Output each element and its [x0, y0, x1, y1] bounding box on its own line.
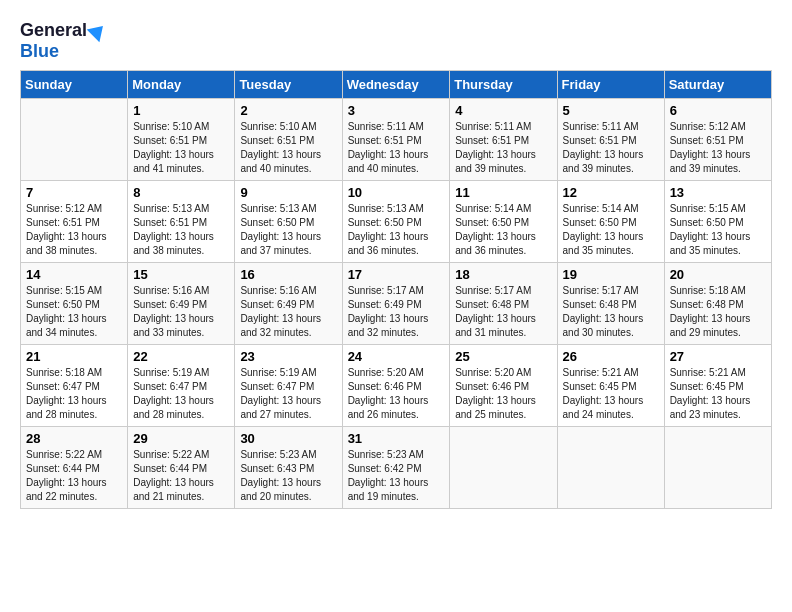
calendar-cell: 28Sunrise: 5:22 AM Sunset: 6:44 PM Dayli… — [21, 427, 128, 509]
calendar-cell: 30Sunrise: 5:23 AM Sunset: 6:43 PM Dayli… — [235, 427, 342, 509]
day-info: Sunrise: 5:15 AM Sunset: 6:50 PM Dayligh… — [26, 284, 122, 340]
calendar-cell: 7Sunrise: 5:12 AM Sunset: 6:51 PM Daylig… — [21, 181, 128, 263]
day-info: Sunrise: 5:17 AM Sunset: 6:48 PM Dayligh… — [563, 284, 659, 340]
calendar-header-saturday: Saturday — [664, 71, 771, 99]
day-number: 24 — [348, 349, 445, 364]
day-number: 22 — [133, 349, 229, 364]
calendar-cell: 15Sunrise: 5:16 AM Sunset: 6:49 PM Dayli… — [128, 263, 235, 345]
day-number: 5 — [563, 103, 659, 118]
calendar-cell: 4Sunrise: 5:11 AM Sunset: 6:51 PM Daylig… — [450, 99, 557, 181]
calendar-cell — [557, 427, 664, 509]
day-info: Sunrise: 5:18 AM Sunset: 6:47 PM Dayligh… — [26, 366, 122, 422]
day-number: 2 — [240, 103, 336, 118]
day-number: 16 — [240, 267, 336, 282]
day-number: 30 — [240, 431, 336, 446]
day-number: 3 — [348, 103, 445, 118]
day-number: 23 — [240, 349, 336, 364]
day-info: Sunrise: 5:19 AM Sunset: 6:47 PM Dayligh… — [240, 366, 336, 422]
day-number: 11 — [455, 185, 551, 200]
day-number: 28 — [26, 431, 122, 446]
day-number: 17 — [348, 267, 445, 282]
day-info: Sunrise: 5:14 AM Sunset: 6:50 PM Dayligh… — [563, 202, 659, 258]
day-info: Sunrise: 5:19 AM Sunset: 6:47 PM Dayligh… — [133, 366, 229, 422]
calendar-cell: 16Sunrise: 5:16 AM Sunset: 6:49 PM Dayli… — [235, 263, 342, 345]
calendar-cell: 13Sunrise: 5:15 AM Sunset: 6:50 PM Dayli… — [664, 181, 771, 263]
calendar-cell: 25Sunrise: 5:20 AM Sunset: 6:46 PM Dayli… — [450, 345, 557, 427]
calendar-cell: 12Sunrise: 5:14 AM Sunset: 6:50 PM Dayli… — [557, 181, 664, 263]
calendar-header-tuesday: Tuesday — [235, 71, 342, 99]
calendar-cell: 11Sunrise: 5:14 AM Sunset: 6:50 PM Dayli… — [450, 181, 557, 263]
day-number: 14 — [26, 267, 122, 282]
day-info: Sunrise: 5:11 AM Sunset: 6:51 PM Dayligh… — [563, 120, 659, 176]
logo-icon — [87, 19, 110, 42]
calendar-cell: 10Sunrise: 5:13 AM Sunset: 6:50 PM Dayli… — [342, 181, 450, 263]
day-info: Sunrise: 5:21 AM Sunset: 6:45 PM Dayligh… — [670, 366, 766, 422]
day-info: Sunrise: 5:16 AM Sunset: 6:49 PM Dayligh… — [240, 284, 336, 340]
day-number: 8 — [133, 185, 229, 200]
day-info: Sunrise: 5:23 AM Sunset: 6:42 PM Dayligh… — [348, 448, 445, 504]
logo-general-text: General — [20, 20, 87, 41]
day-info: Sunrise: 5:11 AM Sunset: 6:51 PM Dayligh… — [348, 120, 445, 176]
calendar-week-3: 14Sunrise: 5:15 AM Sunset: 6:50 PM Dayli… — [21, 263, 772, 345]
day-info: Sunrise: 5:23 AM Sunset: 6:43 PM Dayligh… — [240, 448, 336, 504]
logo-blue-text: Blue — [20, 41, 59, 61]
calendar-header-row: SundayMondayTuesdayWednesdayThursdayFrid… — [21, 71, 772, 99]
calendar-cell: 21Sunrise: 5:18 AM Sunset: 6:47 PM Dayli… — [21, 345, 128, 427]
calendar-cell: 3Sunrise: 5:11 AM Sunset: 6:51 PM Daylig… — [342, 99, 450, 181]
day-info: Sunrise: 5:22 AM Sunset: 6:44 PM Dayligh… — [26, 448, 122, 504]
day-number: 31 — [348, 431, 445, 446]
day-number: 26 — [563, 349, 659, 364]
calendar-header-friday: Friday — [557, 71, 664, 99]
day-info: Sunrise: 5:13 AM Sunset: 6:50 PM Dayligh… — [240, 202, 336, 258]
calendar-cell — [21, 99, 128, 181]
day-number: 21 — [26, 349, 122, 364]
day-number: 25 — [455, 349, 551, 364]
day-number: 10 — [348, 185, 445, 200]
day-info: Sunrise: 5:16 AM Sunset: 6:49 PM Dayligh… — [133, 284, 229, 340]
calendar-week-2: 7Sunrise: 5:12 AM Sunset: 6:51 PM Daylig… — [21, 181, 772, 263]
day-number: 4 — [455, 103, 551, 118]
calendar-cell: 20Sunrise: 5:18 AM Sunset: 6:48 PM Dayli… — [664, 263, 771, 345]
calendar-cell: 2Sunrise: 5:10 AM Sunset: 6:51 PM Daylig… — [235, 99, 342, 181]
calendar-cell: 19Sunrise: 5:17 AM Sunset: 6:48 PM Dayli… — [557, 263, 664, 345]
calendar-cell: 17Sunrise: 5:17 AM Sunset: 6:49 PM Dayli… — [342, 263, 450, 345]
day-number: 9 — [240, 185, 336, 200]
day-info: Sunrise: 5:13 AM Sunset: 6:50 PM Dayligh… — [348, 202, 445, 258]
day-info: Sunrise: 5:20 AM Sunset: 6:46 PM Dayligh… — [455, 366, 551, 422]
calendar-cell: 18Sunrise: 5:17 AM Sunset: 6:48 PM Dayli… — [450, 263, 557, 345]
day-info: Sunrise: 5:15 AM Sunset: 6:50 PM Dayligh… — [670, 202, 766, 258]
day-info: Sunrise: 5:21 AM Sunset: 6:45 PM Dayligh… — [563, 366, 659, 422]
day-info: Sunrise: 5:12 AM Sunset: 6:51 PM Dayligh… — [26, 202, 122, 258]
calendar-week-4: 21Sunrise: 5:18 AM Sunset: 6:47 PM Dayli… — [21, 345, 772, 427]
calendar-cell — [664, 427, 771, 509]
calendar-header-monday: Monday — [128, 71, 235, 99]
day-number: 12 — [563, 185, 659, 200]
calendar-cell: 31Sunrise: 5:23 AM Sunset: 6:42 PM Dayli… — [342, 427, 450, 509]
day-number: 6 — [670, 103, 766, 118]
day-number: 7 — [26, 185, 122, 200]
calendar-cell: 23Sunrise: 5:19 AM Sunset: 6:47 PM Dayli… — [235, 345, 342, 427]
day-number: 13 — [670, 185, 766, 200]
calendar-cell: 5Sunrise: 5:11 AM Sunset: 6:51 PM Daylig… — [557, 99, 664, 181]
day-number: 19 — [563, 267, 659, 282]
day-info: Sunrise: 5:13 AM Sunset: 6:51 PM Dayligh… — [133, 202, 229, 258]
day-info: Sunrise: 5:22 AM Sunset: 6:44 PM Dayligh… — [133, 448, 229, 504]
calendar-cell — [450, 427, 557, 509]
calendar-cell: 24Sunrise: 5:20 AM Sunset: 6:46 PM Dayli… — [342, 345, 450, 427]
day-number: 20 — [670, 267, 766, 282]
calendar-cell: 26Sunrise: 5:21 AM Sunset: 6:45 PM Dayli… — [557, 345, 664, 427]
day-info: Sunrise: 5:17 AM Sunset: 6:48 PM Dayligh… — [455, 284, 551, 340]
calendar-cell: 29Sunrise: 5:22 AM Sunset: 6:44 PM Dayli… — [128, 427, 235, 509]
logo: General Blue — [20, 20, 107, 62]
day-info: Sunrise: 5:20 AM Sunset: 6:46 PM Dayligh… — [348, 366, 445, 422]
calendar-body: 1Sunrise: 5:10 AM Sunset: 6:51 PM Daylig… — [21, 99, 772, 509]
day-number: 27 — [670, 349, 766, 364]
day-info: Sunrise: 5:14 AM Sunset: 6:50 PM Dayligh… — [455, 202, 551, 258]
calendar-cell: 1Sunrise: 5:10 AM Sunset: 6:51 PM Daylig… — [128, 99, 235, 181]
calendar-cell: 6Sunrise: 5:12 AM Sunset: 6:51 PM Daylig… — [664, 99, 771, 181]
day-info: Sunrise: 5:18 AM Sunset: 6:48 PM Dayligh… — [670, 284, 766, 340]
calendar-week-5: 28Sunrise: 5:22 AM Sunset: 6:44 PM Dayli… — [21, 427, 772, 509]
calendar-header-thursday: Thursday — [450, 71, 557, 99]
calendar-table: SundayMondayTuesdayWednesdayThursdayFrid… — [20, 70, 772, 509]
calendar-header-wednesday: Wednesday — [342, 71, 450, 99]
